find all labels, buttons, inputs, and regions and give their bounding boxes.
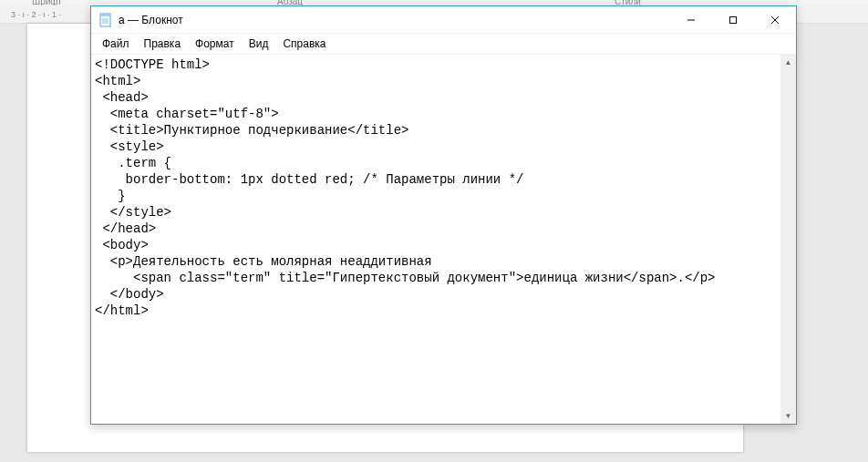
svg-rect-6 <box>730 16 737 23</box>
scroll-down-button[interactable]: ▼ <box>780 408 796 424</box>
editor-content[interactable]: <!DOCTYPE html> <html> <head> <meta char… <box>91 55 780 424</box>
menu-view[interactable]: Вид <box>242 36 276 52</box>
menu-edit[interactable]: Правка <box>137 36 189 52</box>
svg-rect-1 <box>100 14 110 16</box>
close-button[interactable] <box>754 6 796 34</box>
menu-format[interactable]: Формат <box>188 36 242 52</box>
menubar: Файл Правка Формат Вид Справка <box>91 34 796 54</box>
scroll-up-button[interactable]: ▲ <box>780 55 796 70</box>
vertical-scrollbar[interactable]: ▲ ▼ <box>780 55 796 424</box>
maximize-button[interactable] <box>712 6 754 34</box>
menu-help[interactable]: Справка <box>275 36 333 52</box>
notepad-icon <box>98 13 113 27</box>
window-title: a — Блокнот <box>119 14 183 26</box>
notepad-window: a — Блокнот Файл Правка Формат Вид Справ… <box>90 5 797 425</box>
menu-file[interactable]: Файл <box>95 36 137 52</box>
titlebar[interactable]: a — Блокнот <box>91 6 796 34</box>
minimize-button[interactable] <box>670 6 712 34</box>
text-area: <!DOCTYPE html> <html> <head> <meta char… <box>91 54 796 424</box>
